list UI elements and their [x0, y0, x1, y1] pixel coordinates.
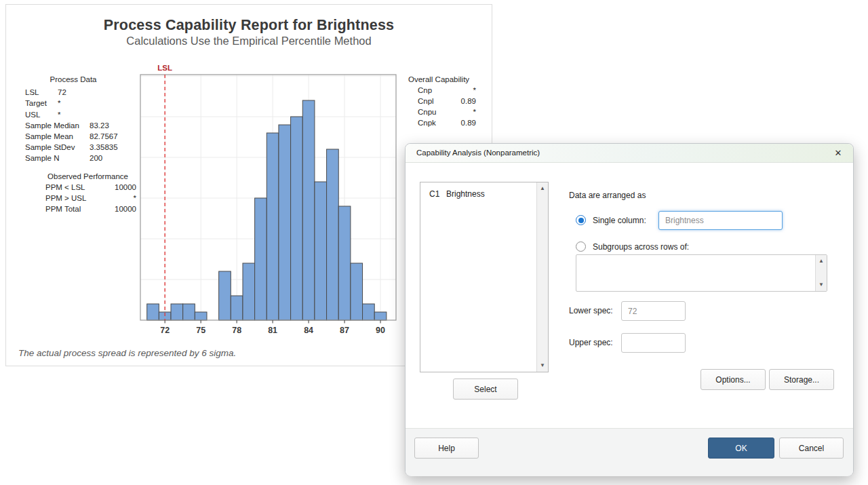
scroll-down-icon[interactable]: ▼ — [537, 360, 548, 371]
screen: Process Capability Report for Brightness… — [0, 0, 868, 485]
stat-row: PPM Total10000 — [39, 203, 137, 214]
report-footnote: The actual process spread is represented… — [18, 348, 236, 358]
select-button[interactable]: Select — [453, 379, 518, 400]
process-data-panel: Process Data LSL72 Target* USL* Sample M… — [20, 74, 127, 164]
options-button[interactable]: Options... — [701, 369, 766, 390]
column-id: C1 — [429, 189, 439, 199]
subgroups-label: Subgroups across rows of: — [593, 242, 689, 252]
data-arranged-label: Data are arranged as — [569, 191, 646, 200]
textarea-scrollbar[interactable]: ▲ ▼ — [815, 255, 827, 291]
stat-row: Sample StDev3.35835 — [20, 142, 127, 153]
stat-row: Cnp* — [408, 85, 469, 96]
report-subtitle: Calculations Use the Empirical Percentil… — [6, 35, 492, 47]
column-listbox[interactable]: C1 Brightness ▲ ▼ — [420, 182, 549, 372]
help-button[interactable]: Help — [414, 438, 479, 459]
scroll-up-icon[interactable]: ▲ — [816, 256, 827, 267]
stat-row: PPM > USL* — [39, 193, 137, 203]
stat-row: Cnpl0.89 — [408, 96, 469, 106]
stat-row: Sample Mean82.7567 — [20, 131, 127, 142]
stat-row: Cnpk0.89 — [408, 117, 469, 128]
svg-text:87: 87 — [340, 326, 349, 335]
svg-text:78: 78 — [232, 326, 241, 335]
svg-text:LSL: LSL — [157, 64, 172, 72]
lower-spec-label: Lower spec: — [569, 306, 613, 315]
single-column-radio[interactable] — [576, 215, 586, 225]
ok-button[interactable]: OK — [708, 438, 774, 459]
svg-text:72: 72 — [160, 326, 170, 335]
cancel-button[interactable]: Cancel — [779, 438, 844, 459]
column-name: Brightness — [446, 189, 485, 199]
list-item-brightness[interactable]: C1 Brightness — [420, 189, 526, 201]
stat-row: Target* — [20, 98, 127, 109]
capability-analysis-dialog: Capability Analysis (Nonparametric) ✕ C1… — [405, 143, 854, 476]
single-column-label: Single column: — [593, 216, 646, 225]
listbox-scrollbar[interactable]: ▲ ▼ — [536, 182, 548, 372]
upper-spec-input[interactable] — [621, 333, 686, 353]
scroll-up-icon[interactable]: ▲ — [537, 183, 548, 194]
storage-button[interactable]: Storage... — [769, 369, 834, 390]
single-column-input[interactable] — [658, 211, 783, 230]
stat-row: Sample Median83.23 — [20, 120, 127, 131]
dialog-titlebar: Capability Analysis (Nonparametric) ✕ — [406, 144, 853, 163]
lower-spec-input[interactable] — [621, 301, 686, 321]
overall-capability-panel: Overall Capability Cnp* Cnpl0.89 Cnpu* C… — [408, 74, 469, 128]
upper-spec-label: Upper spec: — [569, 338, 613, 347]
capability-histogram: LSL72757881848790 — [135, 62, 403, 341]
svg-text:90: 90 — [376, 326, 385, 335]
observed-performance-panel: Observed Performance PPM < LSL10000 PPM … — [39, 171, 137, 214]
stat-row: Cnpu* — [408, 106, 469, 117]
dialog-title: Capability Analysis (Nonparametric) — [416, 149, 540, 157]
subgroups-radio[interactable] — [576, 241, 586, 252]
svg-text:84: 84 — [304, 326, 313, 335]
close-icon[interactable]: ✕ — [831, 147, 845, 160]
radio-dot — [578, 218, 584, 223]
stat-row: USL* — [20, 109, 127, 120]
svg-text:81: 81 — [268, 326, 277, 335]
stat-row: PPM < LSL10000 — [39, 182, 137, 193]
subgroups-textarea[interactable]: ▲ ▼ — [576, 254, 827, 292]
overall-capability-heading: Overall Capability — [408, 74, 469, 85]
stat-row: LSL72 — [20, 87, 127, 98]
report-title: Process Capability Report for Brightness — [6, 17, 492, 34]
scroll-down-icon[interactable]: ▼ — [816, 279, 827, 290]
observed-performance-heading: Observed Performance — [39, 171, 137, 182]
stat-row: Sample N200 — [20, 153, 127, 163]
process-data-heading: Process Data — [20, 74, 127, 85]
svg-text:75: 75 — [196, 326, 205, 335]
